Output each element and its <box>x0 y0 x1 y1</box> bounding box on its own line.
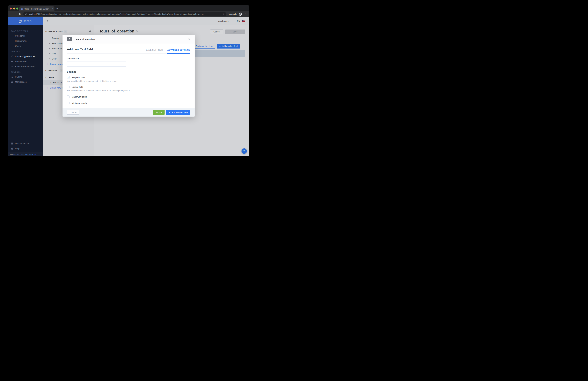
tab-close-icon[interactable]: × <box>52 8 53 10</box>
checkbox-label: Maximum length <box>72 96 87 98</box>
forward-icon[interactable]: → <box>13 13 18 16</box>
checkbox-unique[interactable]: ✓ <box>67 86 70 88</box>
url-text: localhost:1337/admin/plugins/content-typ… <box>29 13 221 15</box>
modal-footer: Cancel Finish + Add another field <box>63 108 195 117</box>
address-bar[interactable]: localhost:1337/admin/plugins/content-typ… <box>23 12 226 16</box>
modal-header: Hours_of_operation × <box>63 35 195 43</box>
plus-icon: + <box>169 111 170 114</box>
modal-body: Add new Text field BASE SETTINGS ADVANCE… <box>63 43 195 108</box>
tab-base-settings[interactable]: BASE SETTINGS <box>146 49 163 53</box>
setting-required-field[interactable]: ✓ Required field <box>67 76 190 79</box>
checkbox-label: Minimum length <box>72 102 87 104</box>
url-host: localhost <box>29 13 37 15</box>
component-nodes-icon <box>68 38 71 40</box>
incognito-icon <box>239 12 242 16</box>
strapi-admin-app: strapi CONTENT TYPES Categories Restaura… <box>8 17 249 156</box>
browser-window: Strapi - Content Type Builder × + ← → ↻ … <box>8 5 249 156</box>
modal-header-title: Hours_of_operation <box>75 38 95 40</box>
tab-title: Strapi - Content Type Builder <box>24 8 50 10</box>
button-label: Add another field <box>172 111 188 114</box>
modal-footer-actions: Finish + Add another field <box>153 110 190 115</box>
browser-toolbar: ← → ↻ localhost:1337/admin/plugins/conte… <box>8 11 249 17</box>
add-field-modal: Hours_of_operation × Add new Text field … <box>63 35 195 117</box>
back-icon[interactable]: ← <box>9 13 13 16</box>
default-value-input[interactable] <box>67 61 126 67</box>
browser-tab[interactable]: Strapi - Content Type Builder × <box>19 6 54 11</box>
strapi-favicon-icon <box>21 8 23 10</box>
settings-title: Settings <box>67 70 190 73</box>
setting-maximum-length[interactable]: ✓ Maximum length <box>67 95 190 98</box>
setting-minimum-length[interactable]: ✓ Minimum length <box>67 102 190 104</box>
default-value-label: Default value <box>67 57 190 60</box>
minimize-window-button[interactable] <box>13 8 15 10</box>
browser-menu-icon[interactable]: ⋮ <box>243 13 247 15</box>
checkbox-required[interactable]: ✓ <box>67 76 70 79</box>
toolbar-right: Incognito ⋮ <box>228 12 248 16</box>
site-info-icon[interactable] <box>25 13 27 15</box>
new-tab-button[interactable]: + <box>56 7 58 10</box>
reload-icon[interactable]: ↻ <box>18 13 22 16</box>
finish-button[interactable]: Finish <box>153 110 165 115</box>
bookmark-star-icon[interactable]: ☆ <box>222 13 224 15</box>
checkbox-label: Unique field <box>72 86 83 88</box>
checkbox-max-length[interactable]: ✓ <box>67 95 70 98</box>
setting-unique-field[interactable]: ✓ Unique field <box>67 86 190 88</box>
modal-title-row: Add new Text field BASE SETTINGS ADVANCE… <box>67 43 190 54</box>
setting-required-description: You won't be able to create an entry if … <box>67 80 190 82</box>
url-path: :1337/admin/plugins/content-type-builder… <box>37 13 204 15</box>
browser-tab-strip: Strapi - Content Type Builder × + <box>8 5 249 11</box>
window-controls <box>10 8 18 10</box>
close-window-button[interactable] <box>10 8 12 10</box>
modal-add-another-field-button[interactable]: + Add another field <box>166 110 190 115</box>
modal-close-icon[interactable]: × <box>188 38 190 41</box>
checkbox-label: Required field <box>72 76 85 79</box>
setting-unique-description: You won't be able to create an entry if … <box>67 90 190 92</box>
maximize-window-button[interactable] <box>16 8 18 10</box>
modal-tabs: BASE SETTINGS ADVANCED SETTINGS <box>146 49 190 53</box>
modal-cancel-button[interactable]: Cancel <box>67 110 79 115</box>
modal-title: Add new Text field <box>67 48 93 53</box>
check-icon: ✓ <box>67 76 69 79</box>
checkbox-min-length[interactable]: ✓ <box>67 102 70 104</box>
incognito-label: Incognito <box>229 13 237 15</box>
component-icon-box <box>67 37 72 41</box>
tab-advanced-settings[interactable]: ADVANCED SETTINGS <box>167 49 190 53</box>
